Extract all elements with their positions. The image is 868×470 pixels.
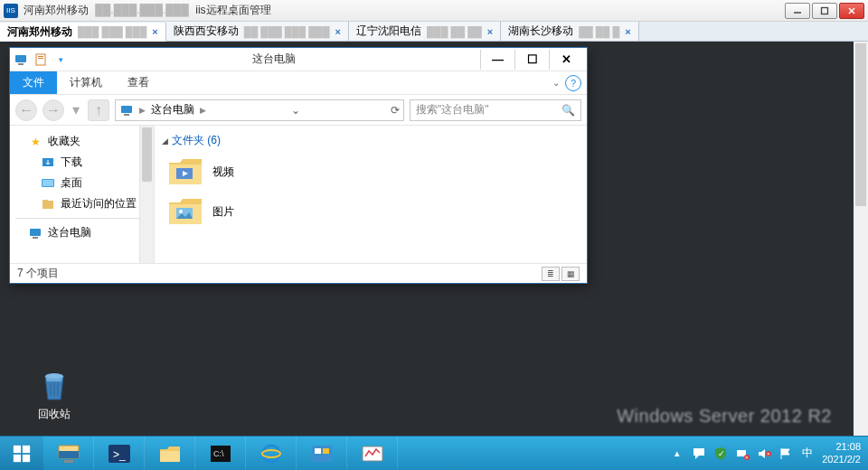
nav-this-pc[interactable]: 这台电脑 [10,222,154,243]
nav-forward-button[interactable]: → [42,99,64,121]
tab-close-icon[interactable]: × [152,26,157,37]
search-icon[interactable]: 🔍 [561,104,575,117]
svg-point-25 [179,210,183,213]
tab-close-icon[interactable]: × [487,26,493,37]
ribbon-tab-computer[interactable]: 计算机 [57,71,115,94]
title-suffix: iis远程桌面管理 [195,4,270,16]
session-tab[interactable]: 河南郑州移动 ███ ███ ███ × [0,23,166,42]
explorer-window: ▾ 这台电脑 — ☐ ✕ 文件 计算机 查看 ⌄ ? ← → ▾ ↑ [9,47,588,284]
svg-rect-27 [23,445,30,452]
recycle-bin-icon [36,367,72,403]
tab-close-icon[interactable]: × [625,26,630,37]
svg-rect-40 [315,448,321,454]
recycle-bin[interactable]: 回收站 [27,367,81,422]
taskbar-clock[interactable]: 21:08 2021/2/2 [822,441,861,465]
taskbar-ie[interactable] [246,437,297,470]
nav-label: 收藏夹 [48,134,80,149]
action-center-icon[interactable] [692,446,706,461]
taskbar-powershell[interactable]: >_ [94,437,145,470]
taskbar-server-manager[interactable] [43,437,94,470]
maximize-button[interactable] [812,3,837,19]
session-tab[interactable]: 辽宁沈阳电信 ███ ██ ██ × [349,22,501,41]
view-details-button[interactable]: ≣ [542,267,560,281]
nav-recent[interactable]: 最近访问的位置 [10,193,154,214]
title-ip: ██.███.███.███ [95,4,189,16]
svg-rect-17 [42,180,53,186]
svg-text:>_: >_ [113,448,126,461]
folder-item-videos[interactable]: 视频 [162,152,587,192]
svg-rect-10 [36,54,45,65]
explorer-close-button[interactable]: ✕ [549,50,583,70]
view-icons-button[interactable]: ▦ [561,267,580,281]
explorer-maximize-button[interactable]: ☐ [514,50,549,70]
breadcrumb-root[interactable]: 这台电脑 [151,102,194,118]
recent-icon [41,197,55,212]
explorer-body: ★ 收藏夹 下载 桌面 最近访问的位置 这台电脑 [10,126,587,263]
nav-up-button[interactable]: ↑ [88,99,109,121]
address-box[interactable]: ▶ 这台电脑 ▶ ⌄ ⟳ [115,99,404,121]
qat-dropdown-icon[interactable]: ▾ [53,52,68,67]
taskbar-iis-app[interactable] [297,437,347,470]
taskbar-explorer[interactable] [145,437,195,470]
refresh-icon[interactable]: ⟳ [391,104,400,117]
help-icon[interactable]: ? [565,75,581,91]
breadcrumb-sep-icon[interactable]: ▶ [200,106,206,115]
folder-item-pictures[interactable]: 图片 [162,192,587,231]
properties-icon[interactable] [33,52,48,67]
svg-text:×: × [745,455,749,460]
folder-icon [167,155,203,188]
breadcrumb-sep-icon[interactable]: ▶ [139,106,146,115]
os-watermark: Windows Server 2012 R2 [617,406,832,427]
app-icon: IIS [4,4,18,18]
taskbar-app[interactable] [347,437,398,470]
nav-downloads[interactable]: 下载 [10,152,154,173]
nav-back-button[interactable]: ← [15,99,37,121]
tab-label: 河南郑州移动 [7,24,72,40]
ribbon-tab-view[interactable]: 查看 [115,71,162,94]
nav-favorites[interactable]: ★ 收藏夹 [10,131,154,152]
app-window-controls [785,3,864,19]
tab-ip: ██ ██ █ [579,26,619,37]
tab-close-icon[interactable]: × [335,26,341,37]
tab-ip: ███ ██ ██ [427,26,482,37]
close-button[interactable] [839,3,864,19]
ribbon-expand-icon[interactable]: ⌄ [552,78,560,88]
status-text: 7 个项目 [17,266,59,281]
content-pane[interactable]: ◢ 文件夹 (6) 视频 图片 [155,126,587,263]
network-icon[interactable]: × [735,446,750,461]
navpane-scrollbar[interactable] [139,126,154,263]
explorer-minimize-button[interactable]: — [480,50,514,70]
collapse-icon[interactable]: ◢ [162,136,168,146]
session-tab[interactable]: 陕西西安移动 ██ ███ ███ ███ × [166,22,349,41]
explorer-titlebar[interactable]: ▾ 这台电脑 — ☐ ✕ [10,48,587,71]
nav-label: 下载 [61,155,82,170]
svg-rect-41 [323,448,329,454]
nav-history-dropdown[interactable]: ▾ [70,99,82,121]
ime-icon[interactable]: 中 [800,446,815,461]
tray-up-icon[interactable]: ▴ [670,446,684,461]
remote-desktop-viewport: 回收站 Windows Server 2012 R2 ▾ 这台电脑 — ☐ ✕ … [0,42,868,470]
flag-icon[interactable] [778,446,793,461]
tab-label: 湖南长沙移动 [508,24,573,39]
group-header-folders[interactable]: ◢ 文件夹 (6) [162,129,587,152]
svg-rect-13 [121,106,132,113]
nav-desktop[interactable]: 桌面 [10,173,154,193]
this-pc-icon [28,226,42,240]
start-button[interactable] [0,437,43,470]
downloads-icon [41,155,55,170]
nav-label: 最近访问的位置 [61,196,137,212]
app-title: 河南郑州移动 ██.███.███.███ iis远程桌面管理 [24,3,785,18]
minimize-button[interactable] [785,3,810,19]
svg-rect-9 [18,63,24,65]
address-dropdown-icon[interactable]: ⌄ [291,104,307,117]
session-tab[interactable]: 湖南长沙移动 ██ ██ █ × [501,22,639,41]
search-box[interactable]: 搜索"这台电脑" 🔍 [410,99,581,121]
svg-rect-14 [124,114,129,116]
shield-icon[interactable]: ✓ [713,446,728,461]
volume-icon[interactable]: × [757,446,771,461]
svg-rect-20 [30,229,41,236]
taskbar-cmd[interactable]: C:\ [195,437,246,470]
viewport-scrollbar[interactable] [854,42,868,436]
ribbon-tab-file[interactable]: 文件 [10,71,57,94]
svg-rect-32 [64,460,73,463]
